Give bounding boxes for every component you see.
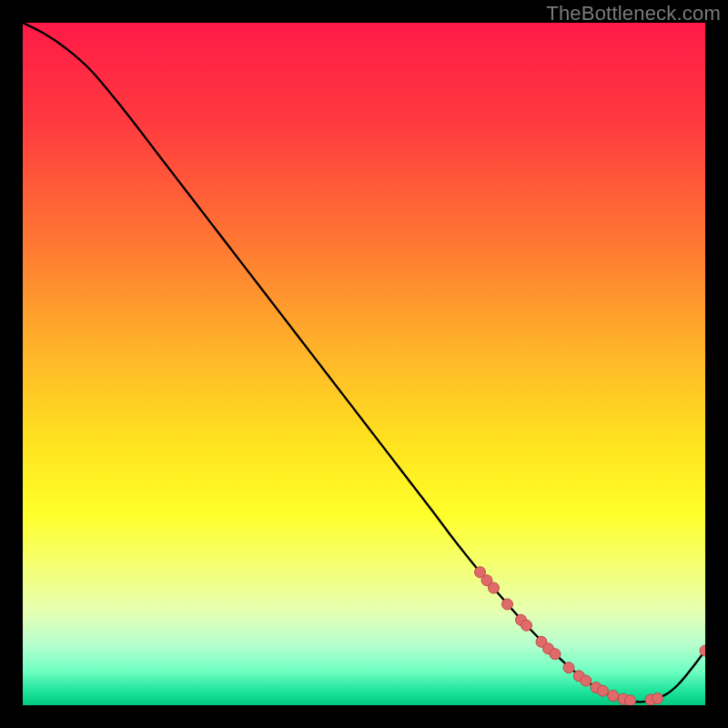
curve-dot: [700, 645, 705, 656]
curve-layer: [23, 23, 705, 705]
curve-dot: [652, 693, 663, 704]
plot-area: [23, 23, 705, 705]
bottleneck-curve: [23, 23, 705, 702]
curve-dot: [521, 620, 532, 631]
chart-root: TheBottleneck.com: [0, 0, 728, 728]
curve-markers: [475, 567, 706, 705]
curve-dot: [489, 582, 500, 593]
curve-dot: [550, 649, 561, 660]
curve-dot: [581, 675, 592, 686]
curve-dot: [502, 599, 513, 610]
curve-dot: [598, 685, 609, 696]
curve-dot: [608, 691, 619, 702]
curve-dot: [563, 662, 574, 673]
curve-dot: [625, 695, 636, 705]
